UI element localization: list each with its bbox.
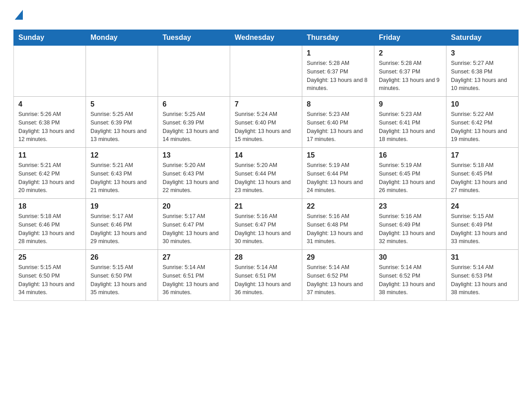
calendar-week-1: 1Sunrise: 5:28 AMSunset: 6:37 PMDaylight… — [14, 46, 519, 97]
calendar-cell: 9Sunrise: 5:23 AMSunset: 6:41 PMDaylight… — [374, 97, 446, 148]
day-number: 21 — [235, 202, 297, 210]
day-number: 16 — [379, 151, 442, 159]
calendar-header-thursday: Thursday — [302, 30, 374, 46]
day-info: Sunrise: 5:27 AMSunset: 6:38 PMDaylight:… — [451, 59, 514, 93]
calendar-cell: 23Sunrise: 5:16 AMSunset: 6:49 PMDayligh… — [374, 199, 446, 250]
day-number: 15 — [307, 151, 369, 159]
day-info: Sunrise: 5:22 AMSunset: 6:42 PMDaylight:… — [451, 110, 514, 144]
calendar-cell: 18Sunrise: 5:18 AMSunset: 6:46 PMDayligh… — [14, 199, 86, 250]
calendar-week-4: 18Sunrise: 5:18 AMSunset: 6:46 PMDayligh… — [14, 199, 519, 250]
day-number: 26 — [90, 253, 153, 261]
calendar-header-friday: Friday — [374, 30, 446, 46]
calendar-cell: 3Sunrise: 5:27 AMSunset: 6:38 PMDaylight… — [446, 46, 519, 97]
day-number: 24 — [451, 202, 514, 210]
calendar-cell — [86, 46, 158, 97]
calendar-cell: 15Sunrise: 5:19 AMSunset: 6:44 PMDayligh… — [302, 148, 374, 199]
calendar-cell: 27Sunrise: 5:14 AMSunset: 6:51 PMDayligh… — [158, 250, 230, 301]
calendar-week-5: 25Sunrise: 5:15 AMSunset: 6:50 PMDayligh… — [14, 250, 519, 301]
calendar-cell: 24Sunrise: 5:15 AMSunset: 6:49 PMDayligh… — [446, 199, 519, 250]
day-number: 5 — [90, 100, 153, 108]
calendar-header-row: SundayMondayTuesdayWednesdayThursdayFrid… — [14, 30, 519, 46]
day-number: 8 — [307, 100, 369, 108]
calendar-cell: 13Sunrise: 5:20 AMSunset: 6:43 PMDayligh… — [158, 148, 230, 199]
day-info: Sunrise: 5:15 AMSunset: 6:49 PMDaylight:… — [451, 212, 514, 246]
day-number: 7 — [235, 100, 297, 108]
day-number: 19 — [90, 202, 153, 210]
day-info: Sunrise: 5:16 AMSunset: 6:47 PMDaylight:… — [235, 212, 297, 246]
day-number: 27 — [163, 253, 225, 261]
day-number: 4 — [18, 100, 81, 108]
calendar-cell: 5Sunrise: 5:25 AMSunset: 6:39 PMDaylight… — [86, 97, 158, 148]
day-info: Sunrise: 5:15 AMSunset: 6:50 PMDaylight:… — [18, 263, 81, 297]
day-number: 2 — [379, 49, 442, 57]
day-number: 20 — [163, 202, 225, 210]
calendar-week-3: 11Sunrise: 5:21 AMSunset: 6:42 PMDayligh… — [14, 148, 519, 199]
day-info: Sunrise: 5:16 AMSunset: 6:49 PMDaylight:… — [379, 212, 442, 246]
calendar-cell: 10Sunrise: 5:22 AMSunset: 6:42 PMDayligh… — [446, 97, 519, 148]
day-number: 1 — [307, 49, 369, 57]
day-info: Sunrise: 5:28 AMSunset: 6:37 PMDaylight:… — [379, 59, 442, 93]
calendar-cell: 21Sunrise: 5:16 AMSunset: 6:47 PMDayligh… — [230, 199, 302, 250]
calendar-cell: 7Sunrise: 5:24 AMSunset: 6:40 PMDaylight… — [230, 97, 302, 148]
calendar-cell: 11Sunrise: 5:21 AMSunset: 6:42 PMDayligh… — [14, 148, 86, 199]
calendar-cell: 29Sunrise: 5:14 AMSunset: 6:52 PMDayligh… — [302, 250, 374, 301]
page-header — [13, 9, 519, 21]
logo-triangle-icon — [15, 10, 23, 20]
day-info: Sunrise: 5:16 AMSunset: 6:48 PMDaylight:… — [307, 212, 369, 246]
day-number: 25 — [18, 253, 81, 261]
calendar-cell: 12Sunrise: 5:21 AMSunset: 6:43 PMDayligh… — [86, 148, 158, 199]
calendar-header-saturday: Saturday — [446, 30, 519, 46]
calendar-cell: 30Sunrise: 5:14 AMSunset: 6:52 PMDayligh… — [374, 250, 446, 301]
day-number: 29 — [307, 253, 369, 261]
day-info: Sunrise: 5:24 AMSunset: 6:40 PMDaylight:… — [235, 110, 297, 144]
day-info: Sunrise: 5:14 AMSunset: 6:51 PMDaylight:… — [235, 263, 297, 297]
calendar-cell: 4Sunrise: 5:26 AMSunset: 6:38 PMDaylight… — [14, 97, 86, 148]
calendar-cell — [230, 46, 302, 97]
calendar-header-monday: Monday — [86, 30, 158, 46]
day-info: Sunrise: 5:19 AMSunset: 6:44 PMDaylight:… — [307, 161, 369, 195]
day-info: Sunrise: 5:23 AMSunset: 6:41 PMDaylight:… — [379, 110, 442, 144]
calendar-cell: 14Sunrise: 5:20 AMSunset: 6:44 PMDayligh… — [230, 148, 302, 199]
day-number: 23 — [379, 202, 442, 210]
day-info: Sunrise: 5:25 AMSunset: 6:39 PMDaylight:… — [90, 110, 153, 144]
day-info: Sunrise: 5:17 AMSunset: 6:46 PMDaylight:… — [90, 212, 153, 246]
calendar-cell — [14, 46, 86, 97]
calendar-cell: 20Sunrise: 5:17 AMSunset: 6:47 PMDayligh… — [158, 199, 230, 250]
day-info: Sunrise: 5:19 AMSunset: 6:45 PMDaylight:… — [379, 161, 442, 195]
day-info: Sunrise: 5:18 AMSunset: 6:46 PMDaylight:… — [18, 212, 81, 246]
logo — [13, 9, 23, 21]
day-info: Sunrise: 5:25 AMSunset: 6:39 PMDaylight:… — [163, 110, 225, 144]
day-info: Sunrise: 5:14 AMSunset: 6:52 PMDaylight:… — [379, 263, 442, 297]
day-number: 3 — [451, 49, 514, 57]
day-info: Sunrise: 5:18 AMSunset: 6:45 PMDaylight:… — [451, 161, 514, 195]
day-info: Sunrise: 5:21 AMSunset: 6:42 PMDaylight:… — [18, 161, 81, 195]
calendar-table: SundayMondayTuesdayWednesdayThursdayFrid… — [13, 30, 519, 301]
day-number: 12 — [90, 151, 153, 159]
calendar-cell: 28Sunrise: 5:14 AMSunset: 6:51 PMDayligh… — [230, 250, 302, 301]
day-info: Sunrise: 5:14 AMSunset: 6:52 PMDaylight:… — [307, 263, 369, 297]
day-number: 10 — [451, 100, 514, 108]
calendar-header-tuesday: Tuesday — [158, 30, 230, 46]
day-number: 18 — [18, 202, 81, 210]
svg-marker-0 — [15, 10, 23, 20]
day-number: 31 — [451, 253, 514, 261]
calendar-header-sunday: Sunday — [14, 30, 86, 46]
day-number: 17 — [451, 151, 514, 159]
day-number: 9 — [379, 100, 442, 108]
day-number: 28 — [235, 253, 297, 261]
day-info: Sunrise: 5:14 AMSunset: 6:51 PMDaylight:… — [163, 263, 225, 297]
calendar-cell: 17Sunrise: 5:18 AMSunset: 6:45 PMDayligh… — [446, 148, 519, 199]
day-number: 6 — [163, 100, 225, 108]
day-info: Sunrise: 5:21 AMSunset: 6:43 PMDaylight:… — [90, 161, 153, 195]
day-number: 22 — [307, 202, 369, 210]
calendar-cell: 25Sunrise: 5:15 AMSunset: 6:50 PMDayligh… — [14, 250, 86, 301]
calendar-cell: 6Sunrise: 5:25 AMSunset: 6:39 PMDaylight… — [158, 97, 230, 148]
day-info: Sunrise: 5:26 AMSunset: 6:38 PMDaylight:… — [18, 110, 81, 144]
day-info: Sunrise: 5:15 AMSunset: 6:50 PMDaylight:… — [90, 263, 153, 297]
day-info: Sunrise: 5:14 AMSunset: 6:53 PMDaylight:… — [451, 263, 514, 297]
day-number: 13 — [163, 151, 225, 159]
day-info: Sunrise: 5:20 AMSunset: 6:43 PMDaylight:… — [163, 161, 225, 195]
day-info: Sunrise: 5:28 AMSunset: 6:37 PMDaylight:… — [307, 59, 369, 93]
calendar-cell: 26Sunrise: 5:15 AMSunset: 6:50 PMDayligh… — [86, 250, 158, 301]
calendar-cell: 1Sunrise: 5:28 AMSunset: 6:37 PMDaylight… — [302, 46, 374, 97]
